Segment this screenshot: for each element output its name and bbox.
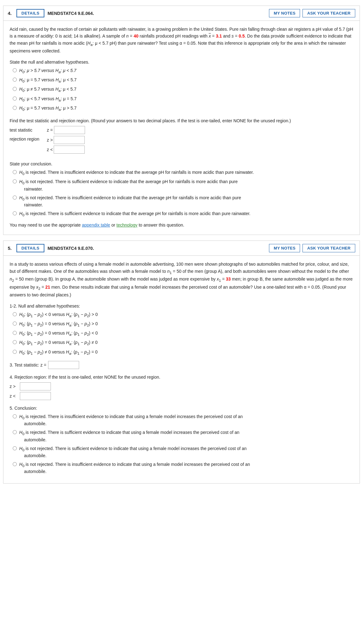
hypothesis-label-5-1: H0: (p1 − p2) = 0 versus Ha: (p1 − p2) >… [19, 321, 98, 328]
rejection-greater-input-4[interactable] [54, 136, 85, 144]
hypotheses-group-4: H0: μ > 5.7 versus Ha: μ < 5.7 H0: μ = 5… [13, 67, 353, 112]
conclusion-label-5-0: H0 is rejected. There is insufficient ev… [19, 413, 243, 427]
mendstat-label-5: MENDSTATC4 9.E.070. [47, 246, 269, 251]
rejection-less-row-5: z < [10, 392, 353, 400]
conclusion-radio-4-2[interactable] [13, 196, 17, 200]
test-statistic-label-4: test statistic [10, 128, 47, 133]
hypothesis-label-5-0: H0: (p1 − p2) < 0 versus Ha: (p1 − p2) >… [19, 311, 98, 318]
rejection-greater-row-4: z > [47, 136, 85, 144]
ask-teacher-button-4[interactable]: ASK YOUR TEACHER [302, 9, 355, 17]
question-5-header: 5. DETAILS MENDSTATC4 9.E.070. MY NOTES … [3, 241, 360, 256]
header-right-buttons-4: MY NOTES ASK YOUR TEACHER [269, 9, 355, 17]
question-4-header: 4. DETAILS MENDSTATC4 9.E.064. MY NOTES … [3, 6, 360, 21]
conclusion-radio-4-0[interactable] [13, 170, 17, 174]
z-greater-label-5: z > [10, 384, 19, 389]
hypothesis-option-5-1: H0: (p1 − p2) = 0 versus Ha: (p1 − p2) >… [13, 321, 353, 328]
conclusion-radio-4-1[interactable] [13, 179, 17, 183]
test-statistic-row-4: test statistic z = [10, 126, 353, 134]
conclusion-option-5-1: H0 is rejected. There is sufficient evid… [13, 429, 353, 443]
hypothesis-radio-4-4[interactable] [13, 106, 17, 110]
my-notes-button-4[interactable]: MY NOTES [269, 9, 300, 17]
conclusion-radio-5-1[interactable] [13, 430, 17, 434]
conclusion-label-5-1: H0 is rejected. There is sufficient evid… [19, 429, 239, 443]
rejection-less-input-5[interactable] [20, 392, 51, 400]
conclusion-option-4-1: H0 is not rejected. There is sufficient … [13, 178, 353, 192]
conclusion-option-4-3: H0 is rejected. There is sufficient evid… [13, 210, 353, 218]
rejection-less-row-4: z < [47, 146, 85, 154]
test-statistic-row-5: 3. Test statistic: z = [10, 361, 353, 369]
test-statistic-input-4[interactable] [54, 126, 85, 134]
hypothesis-radio-5-4[interactable] [13, 350, 17, 354]
conclusion-radio-5-3[interactable] [13, 462, 17, 466]
hypothesis-radio-4-3[interactable] [13, 97, 17, 101]
hypothesis-radio-4-1[interactable] [13, 78, 17, 82]
hypothesis-label-4-1: H0: μ = 5.7 versus Ha: μ < 5.7 [19, 77, 77, 84]
hypothesis-label-4-3: H0: μ < 5.7 versus Ha: μ = 5.7 [19, 96, 77, 103]
hypothesis-radio-5-3[interactable] [13, 340, 17, 344]
hypothesis-option-5-3: H0: (p1 − p2) = 0 versus Ha: (p1 − p2) ≠… [13, 339, 353, 346]
conclusion-label-4-1: H0 is not rejected. There is sufficient … [19, 178, 238, 192]
rejection-region-label-4: rejection region [10, 136, 47, 142]
hypothesis-radio-5-1[interactable] [13, 322, 17, 326]
conclusion-label-4-3: H0 is rejected. There is sufficient evid… [19, 210, 250, 218]
test-statistic-label-5: 3. Test statistic: z = [10, 363, 46, 367]
ask-teacher-button-5[interactable]: ASK YOUR TEACHER [302, 244, 355, 252]
details-button-4[interactable]: DETAILS [16, 9, 44, 17]
hypothesis-option-4-2: H0: μ ≠ 5.7 versus Ha: μ < 5.7 [13, 86, 353, 93]
conclusion-label-4-2: H0 is not rejected. There is insufficien… [19, 195, 241, 208]
conclusion-radio-5-2[interactable] [13, 446, 17, 450]
rejection-region-container-4: rejection region z > z < [10, 136, 353, 155]
hypotheses-group-5: H0: (p1 − p2) < 0 versus Ha: (p1 − p2) >… [13, 311, 353, 356]
appendix-table-link-4[interactable]: appendix table [82, 223, 110, 227]
hypothesis-option-4-0: H0: μ > 5.7 versus Ha: μ < 5.7 [13, 67, 353, 74]
conclusions-group-4: H0 is rejected. There is insufficient ev… [13, 169, 353, 218]
hypothesis-label-5-3: H0: (p1 − p2) = 0 versus Ha: (p1 − p2) ≠… [19, 339, 98, 346]
hypothesis-radio-4-0[interactable] [13, 68, 17, 72]
conclusion-option-4-0: H0 is rejected. There is insufficient ev… [13, 169, 353, 176]
test-statistic-input-5[interactable] [48, 361, 79, 369]
conclusion-label-5-2: H0 is not rejected. There is sufficient … [19, 445, 247, 459]
hypothesis-option-5-4: H0: (p1 − p2) ≠ 0 versus Ha: (p1 − p2) =… [13, 349, 353, 356]
conclusion-option-5-2: H0 is not rejected. There is sufficient … [13, 445, 353, 459]
rejection-greater-input-5[interactable] [20, 382, 51, 390]
conclusion-option-5-3: H0 is not rejected. There is insufficien… [13, 461, 353, 475]
hypothesis-radio-4-2[interactable] [13, 87, 17, 91]
hypothesis-option-4-3: H0: μ < 5.7 versus Ha: μ = 5.7 [13, 96, 353, 103]
question-5-body: In a study to assess various effects of … [3, 256, 360, 483]
question-4-text: Acid rain, caused by the reaction of cer… [10, 26, 353, 55]
hypothesis-option-5-0: H0: (p1 − p2) < 0 versus Ha: (p1 − p2) >… [13, 311, 353, 318]
question-4-block: 4. DETAILS MENDSTATC4 9.E.064. MY NOTES … [3, 6, 360, 235]
details-button-5[interactable]: DETAILS [16, 244, 44, 252]
section1-label-4: State the null and alternative hypothese… [10, 59, 353, 65]
footer-note-4: You may need to use the appropriate appe… [10, 222, 353, 228]
hypothesis-option-5-2: H0: (p1 − p2) = 0 versus Ha: (p1 − p2) <… [13, 330, 353, 337]
hypothesis-option-4-4: H0: μ = 5.7 versus Ha: μ > 5.7 [13, 105, 353, 112]
technology-link-4[interactable]: technology [116, 223, 137, 227]
section3-label-5: 4. Rejection region: If the test is one-… [10, 374, 353, 381]
z-greater-label-4: z > [47, 137, 53, 142]
conclusion-radio-5-0[interactable] [13, 414, 17, 418]
hypothesis-radio-5-0[interactable] [13, 312, 17, 316]
hypothesis-label-5-4: H0: (p1 − p2) ≠ 0 versus Ha: (p1 − p2) =… [19, 349, 98, 356]
section4-label-5: 5. Conclusion: [10, 405, 353, 412]
rejection-greater-row-5: z > [10, 382, 353, 390]
hypothesis-label-4-0: H0: μ > 5.7 versus Ha: μ < 5.7 [19, 67, 76, 74]
conclusion-option-5-0: H0 is rejected. There is insufficient ev… [13, 413, 353, 427]
mendstat-label-4: MENDSTATC4 9.E.064. [47, 11, 269, 16]
hypothesis-label-4-2: H0: μ ≠ 5.7 versus Ha: μ < 5.7 [19, 86, 76, 93]
conclusions-group-5: H0 is rejected. There is insufficient ev… [13, 413, 353, 475]
conclusion-option-4-2: H0 is not rejected. There is insufficien… [13, 195, 353, 208]
rejection-less-input-4[interactable] [54, 146, 85, 154]
hypothesis-label-5-2: H0: (p1 − p2) = 0 versus Ha: (p1 − p2) <… [19, 330, 98, 337]
hypothesis-label-4-4: H0: μ = 5.7 versus Ha: μ > 5.7 [19, 105, 77, 112]
z-less-label-4: z < [47, 147, 53, 152]
rejection-inputs-4: z > z < [47, 136, 85, 155]
rejection-inputs-5: z > z < [10, 382, 353, 400]
section3-label-4: State your conclusion. [10, 161, 353, 167]
conclusion-radio-4-3[interactable] [13, 211, 17, 215]
hypothesis-option-4-1: H0: μ = 5.7 versus Ha: μ < 5.7 [13, 77, 353, 84]
my-notes-button-5[interactable]: MY NOTES [269, 244, 300, 252]
question-5-text: In a study to assess various effects of … [10, 261, 353, 298]
hypothesis-radio-5-2[interactable] [13, 331, 17, 335]
question-4-body: Acid rain, caused by the reaction of cer… [3, 21, 360, 235]
